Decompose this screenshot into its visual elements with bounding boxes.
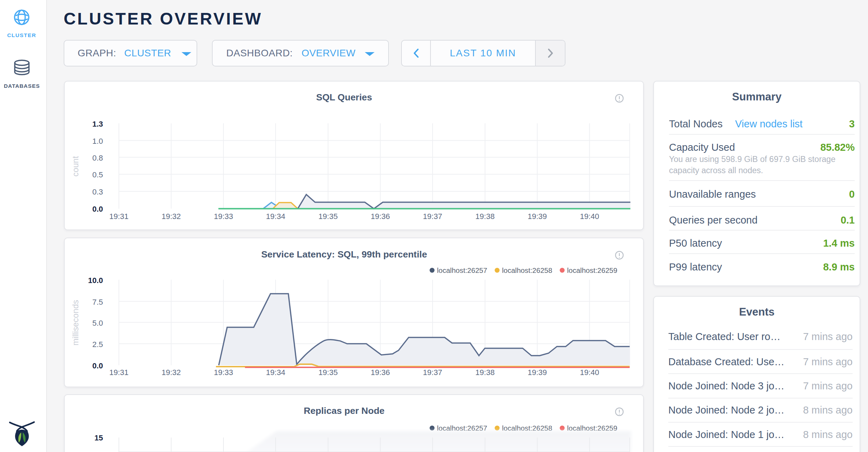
svg-text:19:36: 19:36: [371, 368, 390, 377]
svg-text:19:33: 19:33: [214, 368, 233, 377]
svg-text:19:35: 19:35: [319, 212, 338, 221]
svg-text:1.0: 1.0: [92, 137, 103, 146]
svg-text:DATABASES: DATABASES: [4, 83, 40, 89]
svg-text:19:39: 19:39: [528, 212, 547, 221]
svg-text:19:34: 19:34: [266, 368, 285, 377]
svg-text:milliseconds: milliseconds: [71, 300, 80, 346]
svg-text:localhost:26258: localhost:26258: [502, 424, 553, 432]
svg-text:0.0: 0.0: [92, 205, 103, 213]
svg-text:CLUSTER: CLUSTER: [7, 32, 36, 38]
svg-text:19:37: 19:37: [423, 212, 442, 221]
svg-text:19:37: 19:37: [423, 368, 442, 377]
svg-text:2.5: 2.5: [92, 340, 103, 349]
svg-text:10.0: 10.0: [88, 276, 103, 285]
svg-text:19:33: 19:33: [214, 212, 233, 221]
svg-text:19:32: 19:32: [162, 212, 181, 221]
svg-text:19:34: 19:34: [266, 212, 285, 221]
svg-text:19:35: 19:35: [319, 368, 338, 377]
svg-text:0.0: 0.0: [92, 361, 103, 370]
svg-text:19:31: 19:31: [109, 212, 128, 221]
svg-text:1.3: 1.3: [92, 120, 103, 128]
svg-text:15: 15: [94, 433, 103, 442]
svg-text:19:39: 19:39: [528, 368, 547, 377]
svg-text:localhost:26259: localhost:26259: [567, 266, 618, 274]
svg-text:19:38: 19:38: [475, 212, 495, 221]
svg-text:19:36: 19:36: [371, 212, 390, 221]
svg-text:19:40: 19:40: [580, 368, 599, 377]
svg-text:19:31: 19:31: [109, 368, 128, 377]
svg-text:localhost:26257: localhost:26257: [437, 424, 488, 432]
svg-text:SQL Queries: SQL Queries: [316, 92, 372, 103]
svg-text:19:38: 19:38: [475, 368, 495, 377]
svg-text:Service Latency: SQL, 99th per: Service Latency: SQL, 99th percentile: [261, 249, 427, 260]
svg-text:19:40: 19:40: [580, 212, 599, 221]
svg-text:localhost:26258: localhost:26258: [502, 266, 553, 274]
svg-text:localhost:26259: localhost:26259: [567, 424, 618, 432]
svg-text:count: count: [71, 156, 80, 177]
svg-text:19:32: 19:32: [162, 368, 181, 377]
svg-text:Replicas per Node: Replicas per Node: [304, 405, 384, 416]
svg-text:5.0: 5.0: [92, 319, 103, 327]
svg-text:localhost:26257: localhost:26257: [437, 266, 488, 274]
svg-text:7.5: 7.5: [92, 298, 103, 306]
svg-text:0.8: 0.8: [92, 154, 103, 162]
svg-text:0.5: 0.5: [92, 170, 103, 179]
svg-text:0.3: 0.3: [92, 188, 103, 196]
